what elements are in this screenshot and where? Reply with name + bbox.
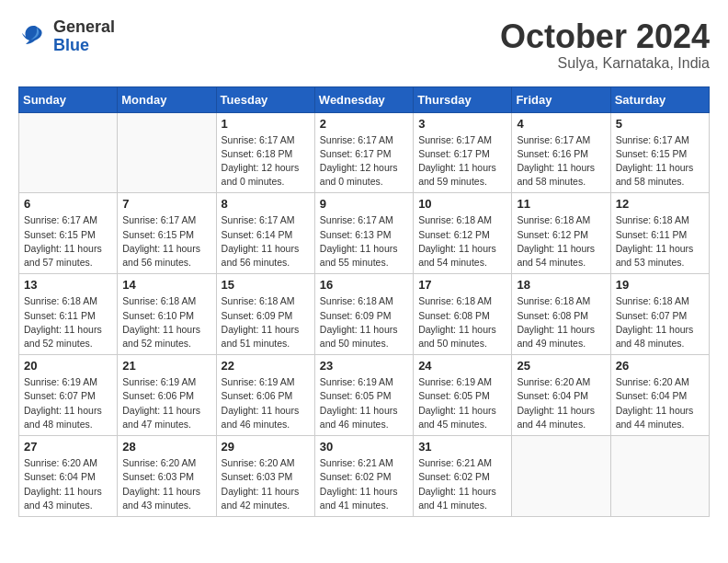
header-cell-wednesday: Wednesday [314,86,413,112]
day-cell: 3Sunrise: 6:17 AM Sunset: 6:17 PM Daylig… [414,112,512,193]
day-number: 2 [320,117,408,131]
day-cell [610,436,709,517]
day-number: 6 [24,197,112,211]
day-cell: 15Sunrise: 6:18 AM Sunset: 6:09 PM Dayli… [216,274,314,355]
day-cell: 27Sunrise: 6:20 AM Sunset: 6:04 PM Dayli… [19,436,118,517]
header-row: SundayMondayTuesdayWednesdayThursdayFrid… [19,86,710,112]
day-cell: 10Sunrise: 6:18 AM Sunset: 6:12 PM Dayli… [414,193,512,274]
day-info: Sunrise: 6:19 AM Sunset: 6:05 PM Dayligh… [320,375,408,431]
day-info: Sunrise: 6:20 AM Sunset: 6:03 PM Dayligh… [122,456,210,512]
day-number: 18 [517,278,605,292]
day-cell: 17Sunrise: 6:18 AM Sunset: 6:08 PM Dayli… [414,274,512,355]
day-info: Sunrise: 6:18 AM Sunset: 6:11 PM Dayligh… [24,294,112,350]
day-number: 3 [418,117,506,131]
day-info: Sunrise: 6:20 AM Sunset: 6:04 PM Dayligh… [24,456,112,512]
header-cell-friday: Friday [512,86,610,112]
day-info: Sunrise: 6:20 AM Sunset: 6:04 PM Dayligh… [616,375,704,431]
day-number: 4 [517,117,605,131]
week-row-2: 6Sunrise: 6:17 AM Sunset: 6:15 PM Daylig… [19,193,710,274]
day-number: 12 [616,197,704,211]
day-number: 26 [616,359,704,373]
day-number: 7 [122,197,210,211]
calendar-table: SundayMondayTuesdayWednesdayThursdayFrid… [18,86,710,517]
day-number: 5 [616,117,704,131]
page-header: General Blue October 2024 Sulya, Karnata… [18,18,710,72]
day-info: Sunrise: 6:20 AM Sunset: 6:04 PM Dayligh… [517,375,605,431]
day-info: Sunrise: 6:21 AM Sunset: 6:02 PM Dayligh… [320,456,408,512]
header-cell-tuesday: Tuesday [216,86,314,112]
day-info: Sunrise: 6:19 AM Sunset: 6:05 PM Dayligh… [418,375,506,431]
day-cell: 23Sunrise: 6:19 AM Sunset: 6:05 PM Dayli… [314,355,413,436]
day-number: 31 [418,440,506,454]
week-row-4: 20Sunrise: 6:19 AM Sunset: 6:07 PM Dayli… [19,355,710,436]
day-number: 8 [222,197,310,211]
month-title: October 2024 [500,18,710,55]
day-info: Sunrise: 6:18 AM Sunset: 6:12 PM Dayligh… [418,213,506,270]
day-info: Sunrise: 6:18 AM Sunset: 6:10 PM Dayligh… [122,294,210,350]
title-block: October 2024 Sulya, Karnataka, India [500,18,710,72]
header-cell-monday: Monday [118,86,216,112]
logo-text: General Blue [53,18,115,55]
day-number: 30 [320,440,408,454]
day-cell: 20Sunrise: 6:19 AM Sunset: 6:07 PM Dayli… [19,355,118,436]
day-cell [19,112,118,193]
day-number: 11 [517,197,605,211]
day-cell: 7Sunrise: 6:17 AM Sunset: 6:15 PM Daylig… [118,193,216,274]
day-info: Sunrise: 6:18 AM Sunset: 6:07 PM Dayligh… [616,294,704,350]
header-cell-saturday: Saturday [610,86,709,112]
location-title: Sulya, Karnataka, India [500,55,710,72]
day-info: Sunrise: 6:18 AM Sunset: 6:12 PM Dayligh… [517,213,605,270]
day-info: Sunrise: 6:17 AM Sunset: 6:14 PM Dayligh… [222,213,310,270]
header-cell-thursday: Thursday [414,86,512,112]
day-number: 14 [122,278,210,292]
day-info: Sunrise: 6:18 AM Sunset: 6:08 PM Dayligh… [517,294,605,350]
day-number: 20 [24,359,112,373]
logo-icon [18,22,48,52]
day-info: Sunrise: 6:19 AM Sunset: 6:06 PM Dayligh… [122,375,210,431]
day-info: Sunrise: 6:17 AM Sunset: 6:15 PM Dayligh… [616,133,704,190]
day-number: 21 [122,359,210,373]
day-cell [118,112,216,193]
day-cell: 2Sunrise: 6:17 AM Sunset: 6:17 PM Daylig… [314,112,413,193]
day-info: Sunrise: 6:17 AM Sunset: 6:16 PM Dayligh… [517,133,605,190]
day-number: 19 [616,278,704,292]
day-cell: 13Sunrise: 6:18 AM Sunset: 6:11 PM Dayli… [19,274,118,355]
day-number: 28 [122,440,210,454]
day-cell: 4Sunrise: 6:17 AM Sunset: 6:16 PM Daylig… [512,112,610,193]
day-number: 10 [418,197,506,211]
day-cell: 11Sunrise: 6:18 AM Sunset: 6:12 PM Dayli… [512,193,610,274]
day-cell: 6Sunrise: 6:17 AM Sunset: 6:15 PM Daylig… [19,193,118,274]
day-number: 24 [418,359,506,373]
week-row-3: 13Sunrise: 6:18 AM Sunset: 6:11 PM Dayli… [19,274,710,355]
day-number: 15 [222,278,310,292]
day-cell: 8Sunrise: 6:17 AM Sunset: 6:14 PM Daylig… [216,193,314,274]
day-info: Sunrise: 6:17 AM Sunset: 6:15 PM Dayligh… [122,213,210,270]
header-cell-sunday: Sunday [19,86,118,112]
day-cell: 9Sunrise: 6:17 AM Sunset: 6:13 PM Daylig… [314,193,413,274]
day-cell: 25Sunrise: 6:20 AM Sunset: 6:04 PM Dayli… [512,355,610,436]
logo: General Blue [18,18,115,55]
day-cell: 29Sunrise: 6:20 AM Sunset: 6:03 PM Dayli… [216,436,314,517]
day-info: Sunrise: 6:17 AM Sunset: 6:15 PM Dayligh… [24,213,112,270]
day-number: 13 [24,278,112,292]
day-info: Sunrise: 6:20 AM Sunset: 6:03 PM Dayligh… [222,456,310,512]
day-cell: 24Sunrise: 6:19 AM Sunset: 6:05 PM Dayli… [414,355,512,436]
logo-general: General [53,18,115,37]
day-info: Sunrise: 6:18 AM Sunset: 6:08 PM Dayligh… [418,294,506,350]
day-number: 23 [320,359,408,373]
day-info: Sunrise: 6:17 AM Sunset: 6:18 PM Dayligh… [222,133,310,190]
day-cell: 28Sunrise: 6:20 AM Sunset: 6:03 PM Dayli… [118,436,216,517]
day-info: Sunrise: 6:21 AM Sunset: 6:02 PM Dayligh… [418,456,506,512]
day-info: Sunrise: 6:18 AM Sunset: 6:09 PM Dayligh… [222,294,310,350]
day-cell: 31Sunrise: 6:21 AM Sunset: 6:02 PM Dayli… [414,436,512,517]
week-row-1: 1Sunrise: 6:17 AM Sunset: 6:18 PM Daylig… [19,112,710,193]
day-number: 9 [320,197,408,211]
day-cell: 16Sunrise: 6:18 AM Sunset: 6:09 PM Dayli… [314,274,413,355]
day-number: 29 [222,440,310,454]
week-row-5: 27Sunrise: 6:20 AM Sunset: 6:04 PM Dayli… [19,436,710,517]
day-info: Sunrise: 6:19 AM Sunset: 6:07 PM Dayligh… [24,375,112,431]
day-number: 17 [418,278,506,292]
day-number: 25 [517,359,605,373]
day-cell: 12Sunrise: 6:18 AM Sunset: 6:11 PM Dayli… [610,193,709,274]
day-cell [512,436,610,517]
